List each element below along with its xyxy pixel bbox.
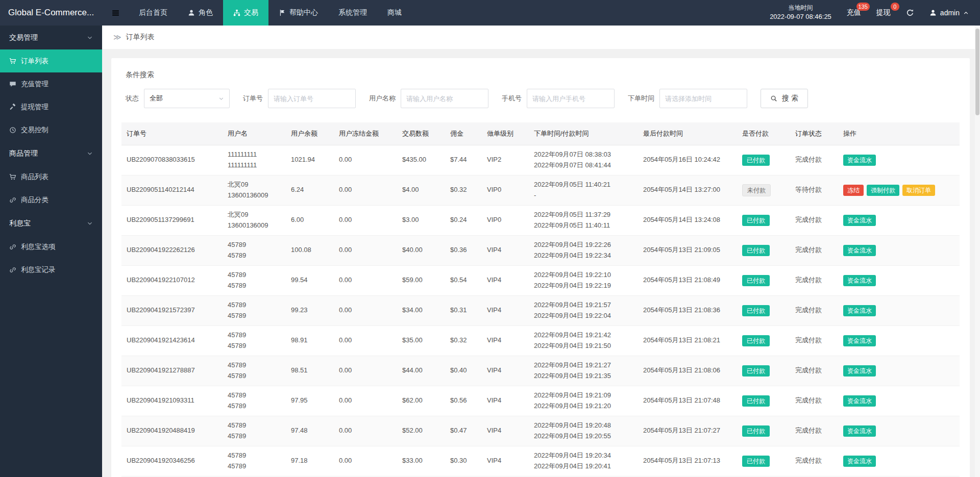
nav-item-label-mall: 商城 xyxy=(387,8,402,17)
username-cell: 111111111111111111 xyxy=(223,145,286,175)
column-header-1: 用户名 xyxy=(223,122,286,145)
status-select-value: 全部 xyxy=(150,94,163,103)
phone-input[interactable] xyxy=(527,89,615,108)
balance-cell: 98.51 xyxy=(286,356,334,386)
chevron-down-icon xyxy=(87,220,93,227)
actions-cell: 资金流水 xyxy=(838,295,960,325)
commission-cell: $0.24 xyxy=(445,205,482,235)
nav-item-roles[interactable]: 角色 xyxy=(178,0,223,26)
order-no-cell: UB2209041920346256 xyxy=(121,446,223,476)
fund-flow-button[interactable]: 资金流水 xyxy=(843,335,876,346)
nav-item-help[interactable]: 帮助中心 xyxy=(268,0,328,26)
fund-flow-button[interactable]: 资金流水 xyxy=(843,155,876,166)
sidebar-group-product-manage[interactable]: 商品管理 xyxy=(0,141,102,165)
orders-table: 订单号用户名用户余额用户冻结金额交易数额佣金做单级别下单时间/付款时间最后付款时… xyxy=(121,122,960,476)
refresh-icon[interactable] xyxy=(906,9,914,17)
fund-flow-button[interactable]: 资金流水 xyxy=(843,275,876,286)
sidebar-item-order-list[interactable]: 订单列表 xyxy=(0,49,102,72)
sidebar-item-label-lixibao-records: 利息宝记录 xyxy=(21,265,56,274)
sidebar-group-trade-manage[interactable]: 交易管理 xyxy=(0,26,102,49)
fund-flow-button[interactable]: 资金流水 xyxy=(843,395,876,407)
sidebar-item-lixibao-options[interactable]: 利息宝选项 xyxy=(0,235,102,258)
withdraw-label: 提现 xyxy=(876,8,891,16)
commission-cell: $0.36 xyxy=(445,235,482,265)
table-body: UB22090708380336151111111111111111111021… xyxy=(121,145,960,476)
search-button[interactable]: 搜 索 xyxy=(761,89,808,108)
withdraw-link[interactable]: 提现 0 xyxy=(876,8,891,17)
force-pay-button[interactable]: 强制付款 xyxy=(867,185,899,196)
header-right: 当地时间 2022-09-07 08:46:25 充值 135 提现 0 adm… xyxy=(770,0,980,26)
page-scrollbar[interactable] xyxy=(975,26,980,477)
sidebar-item-withdraw-manage[interactable]: 提现管理 xyxy=(0,95,102,118)
last-pay-time-cell: 2054年05月13日 21:08:36 xyxy=(638,295,737,325)
commission-cell: $0.54 xyxy=(445,265,482,295)
sidebar-item-product-list[interactable]: 商品列表 xyxy=(0,165,102,188)
fund-flow-button[interactable]: 资金流水 xyxy=(843,456,876,467)
order-no-input[interactable] xyxy=(268,89,356,108)
freeze-button[interactable]: 冻结 xyxy=(843,185,864,196)
amount-cell: $52.00 xyxy=(397,416,445,446)
cancel-order-button[interactable]: 取消订单 xyxy=(902,185,935,196)
paid-status-badge: 未付款 xyxy=(742,184,771,196)
nav-item-mall[interactable]: 商城 xyxy=(377,0,412,26)
order-no-cell: UB2209070838033615 xyxy=(121,145,223,175)
balance-cell: 6.00 xyxy=(286,205,334,235)
sidebar-item-label-lixibao-options: 利息宝选项 xyxy=(21,242,56,252)
level-cell: VIP4 xyxy=(482,325,529,356)
order-time-input[interactable] xyxy=(659,89,747,108)
username-input[interactable] xyxy=(401,89,488,108)
amount-cell: $35.00 xyxy=(397,325,445,356)
balance-cell: 99.54 xyxy=(286,265,334,295)
phone-label: 手机号 xyxy=(502,94,522,103)
username-cell: 4578945789 xyxy=(223,235,286,265)
fund-flow-button[interactable]: 资金流水 xyxy=(843,365,876,376)
fund-flow-button[interactable]: 资金流水 xyxy=(843,425,876,437)
nav-item-label-system: 系统管理 xyxy=(338,8,367,17)
frozen-cell: 0.00 xyxy=(334,446,397,476)
commission-cell: $7.44 xyxy=(445,145,482,175)
sidebar-item-recharge-manage[interactable]: 充值管理 xyxy=(0,72,102,95)
actions-cell: 资金流水 xyxy=(838,235,960,265)
status-select[interactable]: 全部 xyxy=(144,89,230,108)
paid-cell: 未付款 xyxy=(737,175,790,205)
last-pay-time-cell: 2054年05月13日 21:07:27 xyxy=(638,416,737,446)
username-cell: 4578945789 xyxy=(223,446,286,476)
admin-menu[interactable]: admin xyxy=(929,9,969,17)
sidebar-item-product-category[interactable]: 商品分类 xyxy=(0,188,102,211)
balance-cell: 97.48 xyxy=(286,416,334,446)
fund-flow-button[interactable]: 资金流水 xyxy=(843,245,876,256)
frozen-cell: 0.00 xyxy=(334,145,397,175)
fund-flow-button[interactable]: 资金流水 xyxy=(843,305,876,316)
order-time-cell: 2022年09月04日 19:20:482022年09月04日 19:20:55 xyxy=(529,416,638,446)
sidebar-group-lixibao[interactable]: 利息宝 xyxy=(0,211,102,235)
recharge-badge: 135 xyxy=(856,3,870,11)
last-pay-time-cell: 2054年05月13日 21:09:05 xyxy=(638,235,737,265)
menu-toggle-icon[interactable] xyxy=(102,0,129,26)
order-time-cell: 2022年09月04日 19:21:092022年09月04日 19:21:20 xyxy=(529,386,638,416)
status-cell: 完成付款 xyxy=(790,416,838,446)
nav-item-system[interactable]: 系统管理 xyxy=(328,0,377,26)
order-no-cell: UB2209041921278887 xyxy=(121,356,223,386)
user-icon xyxy=(929,9,937,16)
order-no-cell: UB2209041921423614 xyxy=(121,325,223,356)
actions-cell: 资金流水 xyxy=(838,386,960,416)
commission-cell: $0.40 xyxy=(445,356,482,386)
link-icon xyxy=(9,266,16,273)
nav-item-home[interactable]: 后台首页 xyxy=(129,0,178,26)
chevron-down-icon xyxy=(218,96,224,102)
last-pay-time-cell: 2054年05月13日 21:08:49 xyxy=(638,265,737,295)
scrollbar-thumb[interactable] xyxy=(975,29,979,115)
actions-cell: 资金流水 xyxy=(838,446,960,476)
level-cell: VIP4 xyxy=(482,356,529,386)
actions-cell: 资金流水 xyxy=(838,416,960,446)
paid-status-badge: 已付款 xyxy=(742,155,770,166)
nav-item-trade[interactable]: 交易 xyxy=(223,0,268,26)
recharge-link[interactable]: 充值 135 xyxy=(847,8,861,17)
sidebar-item-trade-control[interactable]: 交易控制 xyxy=(0,118,102,141)
search-button-label: 搜 索 xyxy=(782,94,798,103)
balance-cell: 1021.94 xyxy=(286,145,334,175)
paid-status-badge: 已付款 xyxy=(742,425,770,437)
paid-cell: 已付款 xyxy=(737,386,790,416)
fund-flow-button[interactable]: 资金流水 xyxy=(843,215,876,226)
sidebar-item-lixibao-records[interactable]: 利息宝记录 xyxy=(0,258,102,281)
